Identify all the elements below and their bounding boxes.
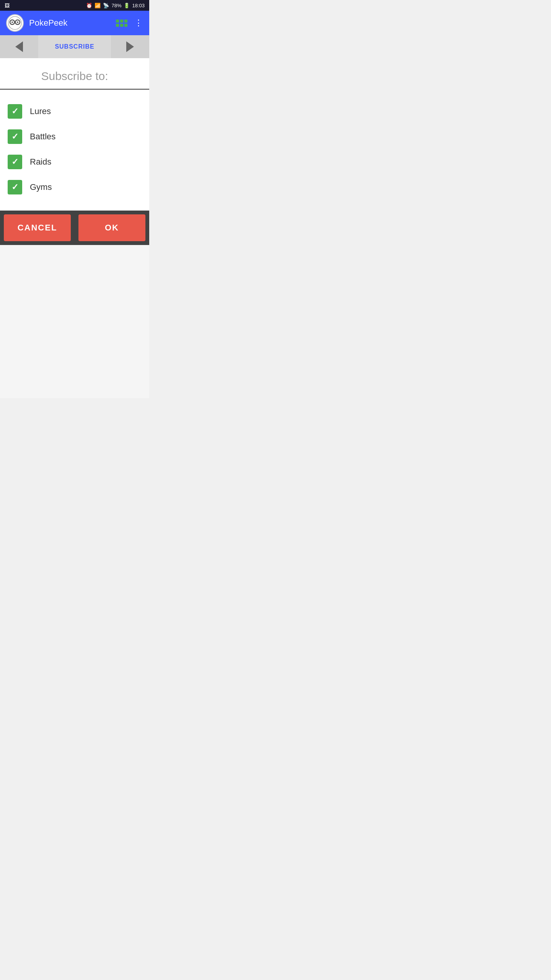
app-bar: PokePeek ⋮ [0,11,149,35]
signal-icon: 📡 [103,3,109,8]
checkmark-icon: ✓ [11,158,18,166]
checkbox-label-lures: Lures [30,106,51,116]
checkbox-gyms[interactable]: ✓ [8,180,22,194]
checkbox-item: ✓Raids [8,149,142,175]
battery-icon: 🔋 [124,3,130,8]
subscribe-button[interactable]: SUBSCRIBE [38,35,111,58]
app-title: PokePeek [29,18,111,28]
wifi-icon: 📶 [95,3,101,8]
checkmark-icon: ✓ [11,107,18,116]
grid-view-icon[interactable] [116,20,127,27]
more-options-icon[interactable]: ⋮ [134,19,143,27]
checkbox-label-raids: Raids [30,157,51,167]
arrow-right-icon [126,41,134,52]
checkbox-battles[interactable]: ✓ [8,129,22,144]
image-icon: 🖼 [5,3,10,8]
app-logo [6,14,24,32]
checkbox-item: ✓Lures [8,99,142,124]
checkmark-icon: ✓ [11,132,18,141]
prev-button[interactable] [0,35,38,58]
next-button[interactable] [111,35,149,58]
checkbox-list: ✓Lures✓Battles✓Raids✓Gyms [0,96,149,203]
checkmark-icon: ✓ [11,183,18,191]
alarm-icon: ⏰ [86,3,92,8]
checkbox-item: ✓Gyms [8,175,142,200]
checkbox-item: ✓Battles [8,124,142,149]
content-area: Subscribe to: ✓Lures✓Battles✓Raids✓Gyms [0,58,149,211]
ok-button[interactable]: OK [78,214,145,241]
svg-point-4 [17,21,18,23]
battery-percent: 78% [111,3,121,8]
svg-point-3 [11,21,13,23]
arrow-left-icon [15,41,23,52]
nav-row: SUBSCRIBE [0,35,149,58]
empty-space [0,245,149,398]
cancel-button[interactable]: CANCEL [4,214,71,241]
action-row: CANCEL OK [0,211,149,245]
checkbox-raids[interactable]: ✓ [8,155,22,169]
checkbox-label-battles: Battles [30,132,55,142]
clock: 18:03 [132,3,145,8]
checkbox-label-gyms: Gyms [30,182,52,192]
page-title: Subscribe to: [0,66,149,90]
checkbox-lures[interactable]: ✓ [8,104,22,119]
app-bar-actions: ⋮ [116,19,143,27]
status-bar: 🖼 ⏰ 📶 📡 78% 🔋 18:03 [0,0,149,11]
